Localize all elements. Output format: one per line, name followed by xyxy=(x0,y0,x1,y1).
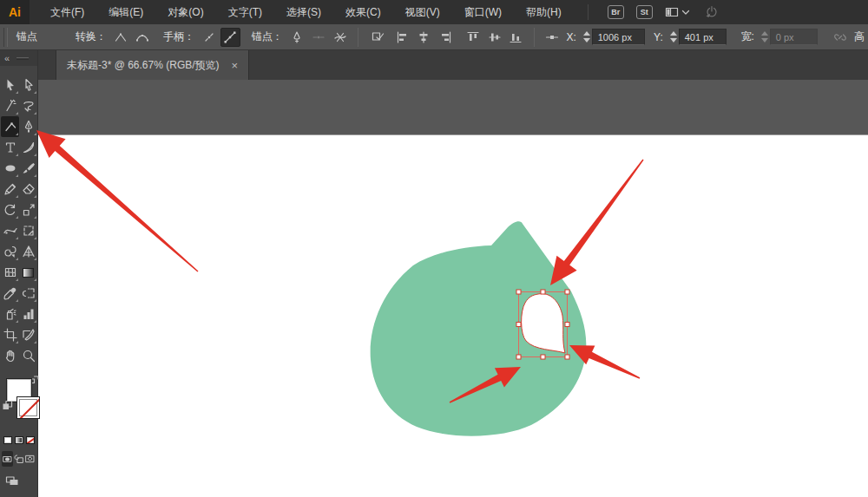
align-horizontal-left-button[interactable] xyxy=(392,28,412,47)
tool-curvature-tool[interactable] xyxy=(19,116,37,137)
x-stepper[interactable] xyxy=(583,31,590,43)
handles-show-icon xyxy=(223,30,237,44)
fill-stroke-swatches xyxy=(0,378,37,430)
stroke-swatch[interactable] xyxy=(16,396,40,419)
share-screen-icon xyxy=(705,5,719,19)
link-broken-icon xyxy=(833,30,847,44)
tool-anchor-point-tool[interactable] xyxy=(1,116,19,137)
tool-perspective-grid-tool[interactable] xyxy=(19,241,37,262)
screen-mode-button[interactable] xyxy=(5,474,19,487)
tool-symbol-sprayer-tool[interactable] xyxy=(1,304,19,324)
width-icon xyxy=(3,224,17,238)
y-label: Y: xyxy=(654,31,663,43)
menu-item-view[interactable]: 视图(V) xyxy=(393,0,452,24)
menu-item-file[interactable]: 文件(F) xyxy=(38,0,96,24)
eraser-icon xyxy=(22,182,36,196)
tool-knife-tool[interactable] xyxy=(19,137,37,158)
tool-direct-selection-tool[interactable] xyxy=(19,75,37,95)
tool-mesh-tool[interactable] xyxy=(1,262,19,283)
tool-type-tool[interactable] xyxy=(1,137,19,158)
artboard-canvas[interactable] xyxy=(38,134,868,497)
share-power-icon xyxy=(705,5,719,19)
menu-item-object[interactable]: 对象(O) xyxy=(155,0,215,24)
collapse-panel-button[interactable]: « xyxy=(4,51,10,65)
knife-icon xyxy=(22,141,36,154)
tool-hand-tool[interactable] xyxy=(1,345,19,366)
workspace-switcher-button[interactable] xyxy=(665,5,693,19)
align-vertical-bottom-button[interactable] xyxy=(506,28,526,47)
tool-shape-builder-tool[interactable] xyxy=(1,241,19,262)
y-input[interactable]: 401 px xyxy=(679,29,727,45)
tool-eraser-tool[interactable] xyxy=(19,179,37,199)
artboard-move-toggle[interactable] xyxy=(366,28,391,47)
align-vertical-top-button[interactable] xyxy=(464,28,483,47)
default-fill-stroke-icon[interactable] xyxy=(2,399,16,413)
tool-width-tool[interactable] xyxy=(1,220,19,241)
align-h-center-icon xyxy=(417,30,431,44)
scale-icon xyxy=(22,203,36,217)
menu-item-edit[interactable]: 编辑(E) xyxy=(96,0,155,24)
anchor-label: 锚点： xyxy=(252,29,283,44)
x-input[interactable]: 1006 px xyxy=(592,29,645,45)
control-panel-title: 锚点 xyxy=(16,29,37,44)
tool-zoom-tool[interactable] xyxy=(19,345,37,366)
tools-panel: « xyxy=(0,50,38,497)
menu-item-select[interactable]: 选择(S) xyxy=(274,0,333,24)
tool-rotate-tool[interactable] xyxy=(1,199,19,220)
reference-point-button[interactable] xyxy=(542,28,562,47)
align-vertical-middle-button[interactable] xyxy=(484,28,504,47)
none-mode-button[interactable] xyxy=(24,434,36,446)
tool-artboard-tool[interactable] xyxy=(1,324,19,345)
menu-item-help[interactable]: 帮助(H) xyxy=(514,0,574,24)
bridge-button[interactable]: Br xyxy=(608,5,624,19)
tab-close-icon[interactable]: × xyxy=(232,59,239,72)
column-graph-icon xyxy=(22,307,36,321)
stock-button[interactable]: St xyxy=(636,5,653,19)
draw-inside-button[interactable] xyxy=(24,451,36,467)
tool-gradient-tool[interactable] xyxy=(19,262,37,283)
workspace-icon xyxy=(665,5,679,19)
tool-paintbrush-tool[interactable] xyxy=(19,158,37,179)
show-handles-button[interactable] xyxy=(220,28,240,47)
control-separator xyxy=(534,28,535,47)
document-tab[interactable]: 未标题-3* @ 66.67% (RGB/预览) × xyxy=(56,50,249,80)
color-mode-button[interactable] xyxy=(2,434,13,446)
tool-magic-wand-tool[interactable] xyxy=(1,95,19,116)
tool-slice-tool[interactable] xyxy=(19,324,37,345)
tool-selection-tool[interactable] xyxy=(1,75,19,95)
anchor-point-icon xyxy=(3,120,17,134)
control-separator xyxy=(358,28,358,47)
convert-to-corner-button[interactable] xyxy=(111,28,131,47)
menu-item-window[interactable]: 窗口(W) xyxy=(452,0,514,24)
tool-ellipse-tool[interactable] xyxy=(1,158,19,179)
gradient-mode-button[interactable] xyxy=(13,434,24,446)
blend-icon xyxy=(22,286,36,300)
y-stepper[interactable] xyxy=(670,31,677,43)
pasteboard xyxy=(38,80,868,134)
hand-icon xyxy=(3,349,17,363)
draw-behind-button[interactable] xyxy=(13,451,24,467)
tool-eyedropper-tool[interactable] xyxy=(1,283,19,304)
draw-normal-button[interactable] xyxy=(2,451,13,467)
control-bar-grip[interactable] xyxy=(3,28,8,47)
panel-grip[interactable] xyxy=(16,57,29,60)
tool-scale-tool[interactable] xyxy=(19,199,37,220)
tool-free-transform-tool[interactable] xyxy=(19,220,37,241)
menu-item-type[interactable]: 文字(T) xyxy=(216,0,274,24)
tool-column-graph-tool[interactable] xyxy=(19,304,37,324)
tool-blend-tool[interactable] xyxy=(19,283,37,304)
cut-path-button[interactable] xyxy=(330,28,350,47)
menu-item-effect[interactable]: 效果(C) xyxy=(333,0,393,24)
chevron-down-icon xyxy=(679,5,693,19)
convert-label: 转换： xyxy=(76,29,107,44)
tool-pencil-tool[interactable] xyxy=(1,179,19,199)
convert-to-smooth-button[interactable] xyxy=(133,28,153,47)
anchor-cut-icon xyxy=(333,30,347,44)
width-stepper xyxy=(761,31,768,43)
handles-label: 手柄： xyxy=(163,29,194,44)
tool-lasso-tool[interactable] xyxy=(19,95,37,116)
align-horizontal-right-button[interactable] xyxy=(436,28,456,47)
align-horizontal-center-button[interactable] xyxy=(414,28,434,47)
hide-handles-button[interactable] xyxy=(199,28,219,47)
add-anchor-button[interactable] xyxy=(287,28,307,47)
